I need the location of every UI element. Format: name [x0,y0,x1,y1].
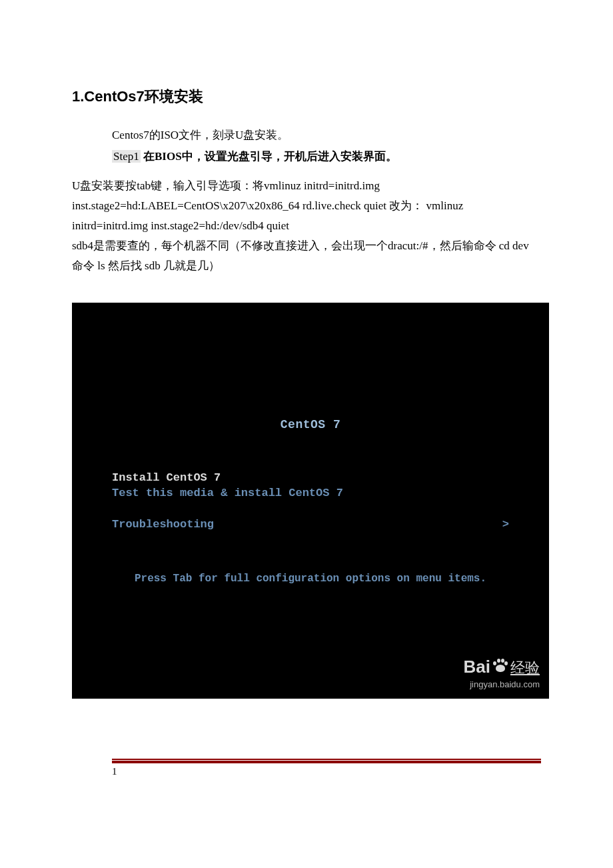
boot-title: CentOS 7 [72,418,549,431]
step-line: Step1 在BIOS中，设置光盘引导，开机后进入安装界面。 [112,148,541,165]
step-description: 在BIOS中，设置光盘引导，开机后进入安装界面。 [141,150,397,163]
step-badge: Step1 [112,150,141,163]
boot-hint: Press Tab for full configuration options… [72,573,549,585]
instruction-paragraph-2: sdb4是需要查的，每个机器不同（不修改直接进入，会出现一个dracut:/#，… [72,236,541,276]
watermark-logo-text: Bai [464,657,490,677]
footer-divider [112,759,541,763]
paw-icon [493,658,508,673]
boot-menu: Install CentOS 7 Test this media & insta… [112,471,509,531]
boot-menu-test: Test this media & install CentOS 7 [112,487,509,499]
boot-menu-install: Install CentOS 7 [112,471,509,484]
section-heading: 1.CentOs7环境安装 [72,87,541,107]
chevron-right-icon: > [502,518,509,531]
watermark: Bai 经验 jingyan.baidu.com [464,657,540,689]
page-number: 1 [112,766,541,777]
instruction-paragraph-1: U盘安装要按tab键，输入引导选项：将vmlinuz initrd=initrd… [72,176,541,236]
watermark-suffix: 经验 [510,658,540,678]
boot-menu-troubleshoot: Troubleshooting > [112,518,509,531]
page-footer: 1 [112,759,541,777]
boot-menu-troubleshoot-label: Troubleshooting [112,518,214,531]
watermark-url: jingyan.baidu.com [464,679,540,689]
intro-text: Centos7的ISO文件，刻录U盘安装。 [112,127,541,144]
boot-screenshot: CentOS 7 Install CentOS 7 Test this medi… [72,303,549,699]
